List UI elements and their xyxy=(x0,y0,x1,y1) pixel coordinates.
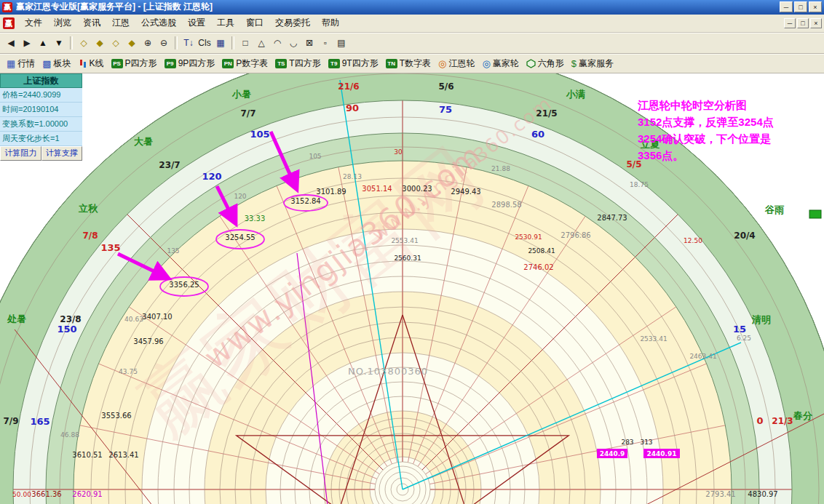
wheel-label: 5/6 xyxy=(438,81,453,92)
small-box-tool-icon[interactable]: ▫ xyxy=(318,36,333,50)
wheel-label: 165 xyxy=(30,416,49,427)
wheel-label: 150 xyxy=(57,324,76,335)
eraser-tool-icon[interactable]: ▤ xyxy=(334,36,349,50)
wheel-label: 120 xyxy=(202,171,221,182)
drawing-toolbar: ◀▶▲▼◇◆◇◆⊕⊖T↓Cls▦□△◠◡⊠▫▤ xyxy=(0,33,824,54)
module-toolbar: ▦行情▩板块K线PSP四方形P99P四方形PNP数字表TST四方形T99T四方形… xyxy=(0,54,824,73)
menu-item-help[interactable]: 帮助 xyxy=(316,15,345,31)
calc-resistance-button[interactable]: 计算阻力 xyxy=(0,146,41,161)
wheel-label: 33.33 xyxy=(245,215,266,223)
gann-wheel-button[interactable]: ◎江恩轮 xyxy=(435,56,478,71)
price-flag-label: 2440.9 xyxy=(600,450,625,457)
winner-service-button[interactable]: $赢家服务 xyxy=(568,56,617,71)
nine-t-square-button-icon: T9 xyxy=(328,59,340,68)
kline-button[interactable]: K线 xyxy=(75,56,108,71)
delete-box-tool-icon[interactable]: ⊠ xyxy=(302,36,317,50)
menu-item-gann[interactable]: 江恩 xyxy=(106,15,135,31)
quotes-button-label: 行情 xyxy=(17,57,35,70)
app-logo-icon: 赢 xyxy=(3,17,15,29)
index-info-panel: 上证指数 价格=2440.9099 时间=20190104 变换系数=1.000… xyxy=(0,73,82,161)
zoom-out-icon[interactable]: ⊖ xyxy=(157,36,171,50)
winner-wheel-button[interactable]: ◎赢家轮 xyxy=(478,56,522,71)
rectangle-tool-icon[interactable]: □ xyxy=(238,36,253,50)
nine-p-square-button-icon: P9 xyxy=(165,59,176,68)
wheel-label: 3661.36 xyxy=(31,490,61,498)
p-square-button-icon: PS xyxy=(111,59,123,68)
calc-support-button[interactable]: 计算支撑 xyxy=(41,146,83,161)
pointer-tool-icon[interactable]: ▲ xyxy=(36,36,50,50)
quotes-button[interactable]: ▦行情 xyxy=(3,56,39,71)
wheel-label: 2560.31 xyxy=(394,255,421,262)
t-square-button[interactable]: TST四方形 xyxy=(272,56,324,71)
grid-tool-icon[interactable]: ▦ xyxy=(213,36,228,50)
menu-item-file[interactable]: 文件 xyxy=(19,15,48,31)
p-number-table-button[interactable]: PNP数字表 xyxy=(218,56,272,71)
t-square-button-label: T四方形 xyxy=(289,57,320,70)
gann-wheel-button-label: 江恩轮 xyxy=(448,57,475,70)
wheel-label: 3457.96 xyxy=(133,337,163,345)
zoom-in-icon[interactable]: ⊕ xyxy=(140,36,155,50)
p-number-table-button-label: P数字表 xyxy=(236,57,268,70)
nine-p-square-button[interactable]: P99P四方形 xyxy=(161,56,219,71)
mdi-window-controls: ─□× xyxy=(783,18,822,28)
wheel-label: 60 xyxy=(531,129,544,140)
menu-item-news[interactable]: 资讯 xyxy=(77,15,106,31)
child-restore-button[interactable]: □ xyxy=(797,18,809,28)
wheel-label: 2949.43 xyxy=(451,188,480,196)
gann-diamond-3-icon[interactable]: ◇ xyxy=(108,36,123,50)
app-window: 赢 赢家江恩专业版[赢家服务平台] - [上证指数 江恩轮] ─□× 赢 文件浏… xyxy=(0,0,824,504)
wheel-label: 46.88 xyxy=(60,431,79,439)
clear-drawings-icon[interactable]: Cls xyxy=(197,36,212,50)
menubar: 赢 文件浏览资讯江恩公式选股设置工具窗口交易委托帮助 ─□× xyxy=(0,15,824,33)
t-number-table-button[interactable]: TNT数字表 xyxy=(382,56,435,71)
wheel-label: 2793.41 xyxy=(705,490,735,498)
wheel-label: 2463.41 xyxy=(689,353,716,360)
sectors-button[interactable]: ▩板块 xyxy=(39,56,74,71)
child-minimize-button[interactable]: ─ xyxy=(784,18,796,28)
serial-watermark: NO.103800360 xyxy=(348,366,428,377)
arc-down-tool-icon[interactable]: ◡ xyxy=(286,36,301,50)
hexagon-button[interactable]: 六角形 xyxy=(523,56,568,71)
gann-wheel-button-icon: ◎ xyxy=(438,59,446,68)
hexagon-shape xyxy=(527,60,535,68)
child-close-button[interactable]: × xyxy=(810,18,822,28)
line-tool-icon[interactable]: ▼ xyxy=(52,36,66,50)
menu-item-browse[interactable]: 浏览 xyxy=(48,15,77,31)
wheel-label: 20/4 xyxy=(734,231,755,241)
wheel-label: 2508.41 xyxy=(528,247,555,255)
gann-diamond-2-icon[interactable]: ◆ xyxy=(92,36,107,50)
wheel-label: 小暑 xyxy=(231,89,251,100)
wheel-label: 2847.73 xyxy=(597,214,627,222)
menu-item-settings[interactable]: 设置 xyxy=(182,15,211,31)
wheel-label: 23/7 xyxy=(159,160,180,170)
p-number-table-button-icon: PN xyxy=(222,59,234,68)
wheel-label: 313 xyxy=(640,439,652,446)
text-tool-icon[interactable]: T↓ xyxy=(181,36,196,50)
triangle-tool-icon[interactable]: △ xyxy=(254,36,269,50)
toolbar-separator xyxy=(175,36,178,49)
t-number-table-button-label: T数字表 xyxy=(400,57,431,70)
minimize-button[interactable]: ─ xyxy=(780,1,793,12)
menu-item-formula-stock-pick[interactable]: 公式选股 xyxy=(135,15,182,31)
wheel-label: 7/8 xyxy=(82,231,98,241)
maximize-button[interactable]: □ xyxy=(794,1,807,12)
nine-t-square-button[interactable]: T99T四方形 xyxy=(325,56,382,71)
menu-item-trade-order[interactable]: 交易委托 xyxy=(269,15,316,31)
wheel-label: 清明 xyxy=(751,314,771,325)
back-icon[interactable]: ◀ xyxy=(4,36,18,50)
p-square-button[interactable]: PSP四方形 xyxy=(108,56,161,71)
close-button[interactable]: × xyxy=(809,1,822,12)
wheel-label: 春分 xyxy=(793,410,813,421)
wheel-label: 23/8 xyxy=(60,314,81,324)
gann-diamond-1-icon[interactable]: ◇ xyxy=(76,36,91,50)
chart-area: 赢家财富网www.yingjia360.comwww.yingjia360.co… xyxy=(0,73,824,504)
wheel-label: 30 xyxy=(394,148,403,156)
forward-icon[interactable]: ▶ xyxy=(20,36,34,50)
gann-diamond-4-icon[interactable]: ◆ xyxy=(124,36,139,50)
wheel-label: 2533.41 xyxy=(640,335,667,343)
menu-item-tools[interactable]: 工具 xyxy=(211,15,240,31)
menu-item-window[interactable]: 窗口 xyxy=(240,15,269,31)
wheel-label: 40.63 xyxy=(124,316,143,323)
wheel-label: 3610.51 xyxy=(72,451,102,459)
arc-tool-icon[interactable]: ◠ xyxy=(270,36,285,50)
